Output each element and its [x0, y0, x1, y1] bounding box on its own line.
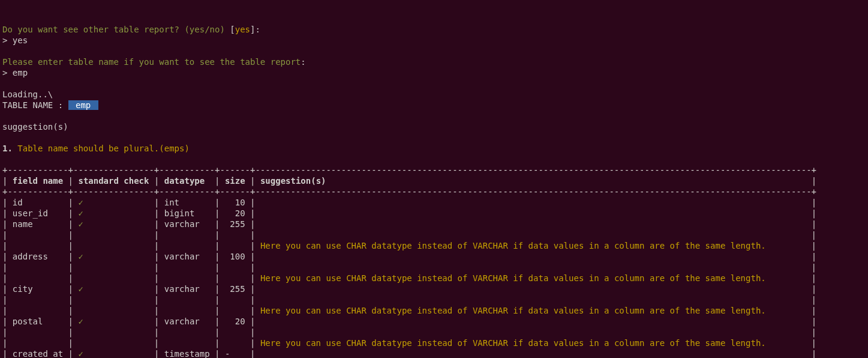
size-cell: 100: [225, 252, 245, 261]
suggestion-cell: [260, 198, 806, 207]
suggestions-header: suggestion(s): [2, 122, 68, 132]
table-header-cell: size: [225, 176, 245, 186]
suggestion-cell: [260, 284, 806, 294]
suggestion-cell: [260, 349, 806, 358]
terminal-output: Do you want see other table report? (yes…: [2, 24, 868, 358]
size-cell: 20: [225, 208, 245, 218]
size-cell: -: [225, 349, 245, 358]
suggestion-text-cell: Here you can use CHAR datatype instead o…: [260, 306, 806, 315]
prompt-default-1: yes: [235, 25, 250, 34]
field-name-cell: city: [13, 284, 63, 294]
size-cell: 20: [225, 317, 245, 326]
caret-1: >: [2, 35, 13, 45]
field-name-cell: user_id: [13, 208, 63, 218]
table-header-cell: datatype: [164, 176, 210, 186]
suggestion-text-cell: Here you can use CHAR datatype instead o…: [260, 273, 806, 283]
datatype-cell: varchar: [164, 284, 210, 294]
prompt-question-1: Do you want see other table report? (yes…: [2, 25, 230, 34]
suggestion-1-text: Table name should be plural.(emps): [17, 144, 190, 153]
size-cell: 10: [225, 198, 245, 207]
suggestion-cell: [260, 208, 806, 218]
table-header-cell: field name: [13, 176, 63, 186]
bracket-open: [: [230, 25, 235, 34]
datatype-cell: varchar: [164, 252, 210, 261]
datatype-cell: timestamp: [164, 349, 210, 358]
suggestion-text-cell: Here you can use CHAR datatype instead o…: [260, 338, 806, 348]
suggestion-text-cell: Here you can use CHAR datatype instead o…: [260, 241, 806, 250]
answer-2[interactable]: emp: [13, 68, 28, 77]
table-header-cell: standard check: [78, 176, 149, 186]
caret-2: >: [2, 68, 13, 77]
loading-text: Loading..\: [2, 90, 53, 99]
suggestion-cell: [260, 317, 806, 326]
table-name-value: emp: [68, 100, 98, 110]
field-name-cell: created_at: [13, 349, 63, 358]
field-name-cell: name: [13, 219, 63, 229]
suggestion-cell: [260, 219, 806, 229]
field-name-cell: id: [13, 198, 63, 207]
datatype-cell: bigint: [164, 208, 210, 218]
field-name-cell: address: [13, 252, 63, 261]
colon: :: [301, 57, 305, 67]
table-name-label: TABLE NAME :: [2, 100, 68, 110]
table-divider: +------------+----------------+---------…: [2, 165, 816, 175]
suggestion-number: 1.: [2, 144, 17, 153]
answer-1[interactable]: yes: [13, 35, 28, 45]
size-cell: 255: [225, 219, 245, 229]
field-name-cell: postal: [13, 317, 63, 326]
suggestion-cell: [260, 252, 806, 261]
table-divider: +------------+----------------+---------…: [2, 187, 816, 196]
prompt-question-2: Please enter table name if you want to s…: [2, 57, 301, 67]
size-cell: 255: [225, 284, 245, 294]
datatype-cell: varchar: [164, 219, 210, 229]
datatype-cell: varchar: [164, 317, 210, 326]
table-header-cell: suggestion(s): [260, 176, 806, 186]
datatype-cell: int: [164, 198, 210, 207]
bracket-close: ]:: [250, 25, 260, 34]
